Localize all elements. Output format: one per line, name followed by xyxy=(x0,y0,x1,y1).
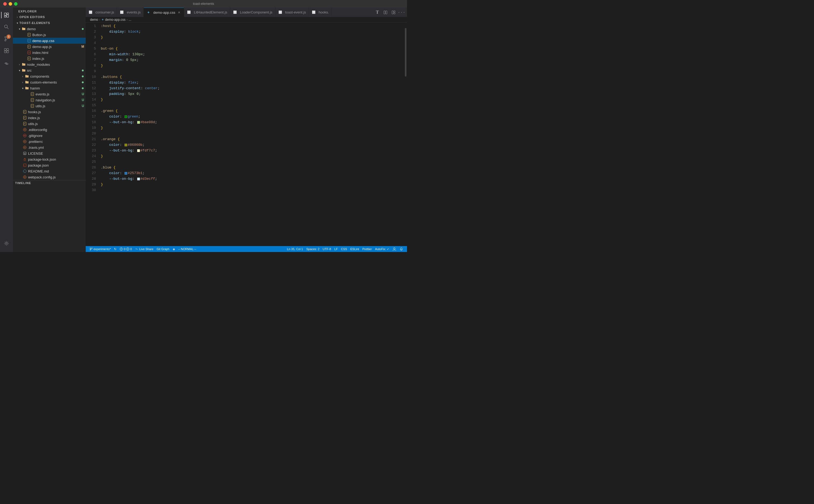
file-index-html[interactable]: HTM index.html xyxy=(13,50,86,56)
file-editorconfig[interactable]: .editorconfig xyxy=(13,127,86,133)
status-spaces[interactable]: Spaces: 2 xyxy=(305,246,321,252)
status-encoding[interactable]: UTF-8 xyxy=(321,246,333,252)
ln-23: 23 xyxy=(86,148,96,153)
status-language[interactable]: CSS xyxy=(339,246,349,252)
status-eslint-label: ESLint xyxy=(350,247,359,251)
status-live-share[interactable]: Live Share xyxy=(133,246,155,252)
ln-3: 3 xyxy=(86,34,96,40)
timeline-header[interactable]: TIMELINE xyxy=(13,181,86,185)
maximize-button[interactable] xyxy=(14,2,18,6)
tab-hooks-label: hooks. xyxy=(319,10,329,14)
activity-icon-explorer[interactable] xyxy=(1,10,12,20)
folder-custom-elements-label: custom-elements xyxy=(30,80,81,84)
tab-consumer-js[interactable]: ⬜ consumer.js xyxy=(86,8,117,17)
ln-16: 16 xyxy=(86,108,96,114)
status-prettier[interactable]: Prettier xyxy=(361,246,373,252)
file-travis-yml[interactable]: .travis.yml xyxy=(13,144,86,150)
activity-icon-search[interactable] xyxy=(1,22,12,32)
close-button[interactable] xyxy=(3,2,7,6)
file-readme-md-arrow xyxy=(18,169,23,173)
tab-action-font[interactable]: 𝐓 xyxy=(374,9,381,16)
file-demo-app-js-arrow xyxy=(23,44,27,49)
tab-action-split[interactable] xyxy=(382,9,389,16)
tab-events-js[interactable]: ⬜ events.js xyxy=(117,8,143,17)
activity-icon-live-share[interactable] xyxy=(1,58,12,69)
file-button-js[interactable]: JS Button.js xyxy=(13,32,86,38)
file-package-json[interactable]: { } package.json xyxy=(13,162,86,168)
status-eslint[interactable]: ESLint xyxy=(349,246,361,252)
folder-demo[interactable]: demo ● xyxy=(13,26,86,32)
status-autofix[interactable]: AutoFix: ✓ xyxy=(374,246,391,252)
file-root-index-js-icon: JS xyxy=(23,116,27,120)
file-demo-app-js[interactable]: JS demo-app.js M xyxy=(13,44,86,50)
editor-scrollbar-thumb[interactable] xyxy=(405,28,406,77)
tab-consumer-js-icon: ⬜ xyxy=(88,10,93,15)
folder-hamm-label: hamm xyxy=(30,86,81,90)
open-editors-section[interactable]: OPEN EDITORS xyxy=(13,14,86,20)
toast-elements-section[interactable]: TOAST-ELEMENTS xyxy=(13,20,86,26)
status-branch[interactable]: experiments* xyxy=(88,246,112,252)
svg-line-5 xyxy=(7,28,9,29)
file-index-js[interactable]: JS index.js xyxy=(13,56,86,61)
folder-node-modules[interactable]: node_modules xyxy=(13,61,86,67)
file-root-utils-js[interactable]: JS utils.js xyxy=(13,121,86,127)
tab-demo-app-css-close[interactable]: × xyxy=(177,10,181,15)
tab-hooks[interactable]: ⬜ hooks. xyxy=(309,8,332,17)
status-errors[interactable]: 0 0 xyxy=(118,246,133,252)
status-autofix-label: AutoFix: ✓ xyxy=(375,247,389,251)
status-git-graph[interactable]: Git Graph xyxy=(155,246,171,252)
ln-8: 8 xyxy=(86,63,96,68)
tab-toast-event[interactable]: ⬜ toast-event.js xyxy=(275,8,309,17)
code-line-29: } xyxy=(99,182,404,187)
folder-src-arrow xyxy=(17,68,22,73)
status-eol[interactable]: LF xyxy=(333,246,339,252)
file-readme-md[interactable]: i README.md xyxy=(13,168,86,174)
code-area[interactable]: :host { display: block; } but-on { xyxy=(99,23,404,246)
file-navigation-js-icon: JS xyxy=(30,98,35,102)
folder-hamm[interactable]: hamm ● xyxy=(13,85,86,91)
ln-5: 5 xyxy=(86,46,96,51)
file-hamm-events-js[interactable]: JS events.js U xyxy=(13,91,86,97)
status-diamond[interactable]: ◈ xyxy=(171,246,177,252)
activity-icon-extensions[interactable] xyxy=(1,45,12,56)
svg-point-41 xyxy=(23,140,26,143)
file-hamm-utils-js[interactable]: JS utils.js U xyxy=(13,103,86,109)
tab-loader-component[interactable]: ⬜ LoaderComponent.js xyxy=(230,8,275,17)
folder-demo-label: demo xyxy=(27,27,81,31)
file-webpack-config-js[interactable]: webpack.config.js xyxy=(13,174,86,180)
status-sync[interactable]: ↻ xyxy=(112,246,118,252)
file-root-index-js[interactable]: JS index.js xyxy=(13,115,86,121)
ln-29: 29 xyxy=(86,182,96,187)
status-user[interactable] xyxy=(391,246,398,252)
breadcrumb-ellipsis[interactable]: ... xyxy=(129,18,131,22)
folder-components[interactable]: components ● xyxy=(13,73,86,79)
status-cursor[interactable]: Ln 35, Col 1 xyxy=(285,246,305,252)
file-license-arrow xyxy=(18,151,23,156)
file-readme-md-icon: i xyxy=(23,169,27,173)
swatch-d3ecff xyxy=(137,178,140,180)
file-gitignore[interactable]: .gitignore xyxy=(13,133,86,139)
folder-src[interactable]: src ● xyxy=(13,67,86,73)
file-hooks-js[interactable]: JS hooks.js xyxy=(13,109,86,115)
tab-demo-app-css[interactable]: ✦ demo-app.css × xyxy=(144,8,184,17)
tab-lit-haunted-icon: ⬜ xyxy=(187,10,191,15)
minimize-button[interactable] xyxy=(9,2,12,6)
file-prettierrc[interactable]: .prettierrc xyxy=(13,139,86,144)
status-notifications[interactable] xyxy=(398,246,405,252)
tab-lit-haunted[interactable]: ⬜ LitHauntedElement.js xyxy=(184,8,230,17)
file-navigation-js[interactable]: JS navigation.js U xyxy=(13,97,86,103)
code-line-20 xyxy=(99,131,404,136)
breadcrumb-demo[interactable]: demo xyxy=(90,18,98,22)
file-demo-app-css[interactable]: CSS demo-app.css xyxy=(13,38,86,44)
svg-text:JS: JS xyxy=(28,34,30,36)
tab-action-more[interactable]: ··· xyxy=(398,9,405,16)
file-package-lock-json[interactable]: package-lock.json xyxy=(13,156,86,162)
activity-icon-settings[interactable] xyxy=(1,238,12,249)
breadcrumb-demo-app-css[interactable]: demo-app.css xyxy=(105,18,125,22)
file-hamm-utils-js-badge: U xyxy=(82,104,84,108)
folder-custom-elements[interactable]: custom-elements ● xyxy=(13,79,86,85)
tab-action-layout[interactable] xyxy=(390,9,397,16)
file-license[interactable]: LICENSE xyxy=(13,150,86,156)
editor-scrollbar[interactable] xyxy=(404,23,407,246)
activity-icon-source-control[interactable]: 9 xyxy=(1,33,12,44)
